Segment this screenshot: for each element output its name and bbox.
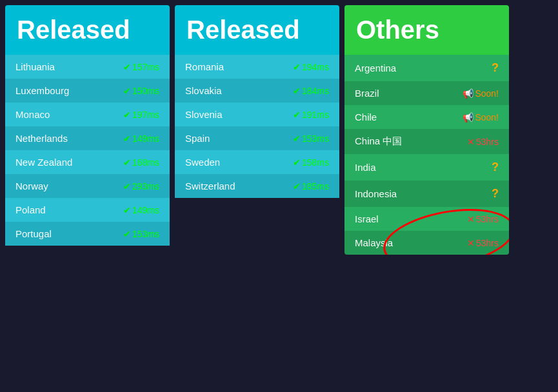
country-name: Lithuania — [15, 61, 55, 72]
x-icon: ✕ — [467, 137, 475, 147]
table-row: Slovenia✔191ms — [175, 103, 339, 126]
check-icon: ✔ — [293, 133, 301, 144]
country-name: Spain — [185, 133, 210, 144]
main-content: ReleasedLithuania✔157msLuxembourg✔150msM… — [5, 5, 553, 255]
check-icon: ✔ — [123, 62, 131, 72]
status-badge: 📢Soon! — [463, 88, 499, 99]
table-row: Netherlands✔149ms — [5, 126, 170, 150]
status-badge: ✔149ms — [123, 133, 159, 144]
status-value: 293ms — [132, 181, 159, 191]
table-row: Monaco✔197ms — [5, 103, 170, 126]
status-value: 185ms — [302, 181, 329, 191]
status-badge: ? — [492, 187, 499, 201]
status-value: 53hrs — [476, 137, 499, 147]
status-badge: ✕53hrs — [467, 238, 499, 248]
status-badge: ? — [492, 61, 499, 75]
check-icon: ✔ — [293, 157, 301, 168]
question-icon: ? — [492, 61, 499, 75]
status-value: 153ms — [132, 229, 159, 239]
status-value: 191ms — [302, 110, 329, 120]
table-row: China 中国✕53hrs — [344, 129, 509, 154]
status-value: 158ms — [302, 157, 329, 168]
country-name: China 中国 — [355, 135, 402, 148]
table-row: Luxembourg✔150ms — [5, 79, 170, 103]
country-name: Portugal — [15, 228, 52, 239]
country-name: Romania — [185, 61, 224, 72]
table-row: Switzerland✔185ms — [175, 174, 339, 198]
country-name: India — [355, 162, 376, 173]
table-row: Norway✔293ms — [5, 174, 170, 198]
status-badge: ✔153ms — [123, 229, 159, 239]
check-icon: ✔ — [293, 86, 301, 96]
table-row: Argentina? — [344, 55, 509, 81]
status-badge: ✔153ms — [293, 133, 329, 144]
table-row: Spain✔153ms — [175, 126, 339, 150]
question-icon: ? — [492, 187, 499, 201]
status-value: 149ms — [132, 133, 159, 144]
table-row: Malaysia✕53hrs — [344, 231, 509, 255]
status-badge: ✔184ms — [293, 86, 329, 96]
column-header-released-2: Released — [175, 5, 339, 55]
country-name: Monaco — [15, 109, 50, 120]
country-name: Netherlands — [15, 133, 68, 144]
status-value: 157ms — [132, 62, 159, 72]
status-badge: ✔191ms — [293, 110, 329, 120]
country-name: Poland — [15, 204, 46, 215]
status-value: 53hrs — [476, 238, 499, 248]
status-badge: ✔293ms — [123, 181, 159, 191]
status-value: Soon! — [475, 112, 499, 122]
status-value: 153ms — [302, 133, 329, 144]
table-row: Poland✔149ms — [5, 198, 170, 222]
status-badge: ✕53hrs — [467, 214, 499, 224]
country-name: Brazil — [355, 88, 379, 99]
check-icon: ✔ — [123, 229, 131, 239]
table-row: Sweden✔158ms — [175, 150, 339, 174]
status-badge: ✕53hrs — [467, 137, 499, 147]
status-value: 150ms — [132, 86, 159, 96]
country-name: Chile — [355, 112, 377, 122]
status-badge: 📢Soon! — [463, 112, 499, 122]
table-row: Lithuania✔157ms — [5, 55, 170, 79]
status-value: 53hrs — [476, 214, 499, 224]
check-icon: ✔ — [123, 133, 131, 144]
status-value: 168ms — [132, 157, 159, 168]
column-released-2: ReleasedRomania✔194msSlovakia✔184msSlove… — [175, 5, 339, 255]
column-header-released-1: Released — [5, 5, 170, 55]
check-icon: ✔ — [123, 86, 131, 96]
country-name: Israel — [355, 213, 379, 224]
check-icon: ✔ — [293, 62, 301, 72]
country-name: New Zealand — [15, 157, 72, 168]
x-icon: ✕ — [467, 214, 475, 224]
table-row: New Zealand✔168ms — [5, 150, 170, 174]
status-badge: ✔150ms — [123, 86, 159, 96]
table-row: Portugal✔153ms — [5, 222, 170, 246]
status-badge: ✔158ms — [293, 157, 329, 168]
table-row: Chile📢Soon! — [344, 105, 509, 129]
country-name: Slovakia — [185, 85, 222, 96]
status-badge: ✔194ms — [293, 62, 329, 72]
check-icon: ✔ — [123, 110, 131, 120]
country-name: Sweden — [185, 157, 220, 168]
country-name: Argentina — [355, 63, 396, 74]
column-header-others: Others — [344, 5, 509, 55]
check-icon: ✔ — [293, 181, 301, 191]
check-icon: ✔ — [123, 181, 131, 191]
country-name: Luxembourg — [15, 85, 69, 96]
check-icon: ✔ — [123, 157, 131, 168]
table-row: Brazil📢Soon! — [344, 81, 509, 105]
country-name: Indonesia — [355, 188, 397, 199]
status-badge: ✔157ms — [123, 62, 159, 72]
question-icon: ? — [492, 161, 499, 174]
megaphone-icon: 📢 — [463, 88, 473, 99]
status-value: 197ms — [132, 110, 159, 120]
check-icon: ✔ — [293, 110, 301, 120]
column-released-1: ReleasedLithuania✔157msLuxembourg✔150msM… — [5, 5, 170, 255]
status-badge: ✔149ms — [123, 205, 159, 215]
table-row: India? — [344, 154, 509, 181]
table-row: Israel✕53hrs — [344, 207, 509, 231]
status-badge: ? — [492, 161, 499, 174]
status-value: Soon! — [475, 88, 499, 99]
status-badge: ✔185ms — [293, 181, 329, 191]
status-value: 149ms — [132, 205, 159, 215]
status-value: 184ms — [302, 86, 329, 96]
